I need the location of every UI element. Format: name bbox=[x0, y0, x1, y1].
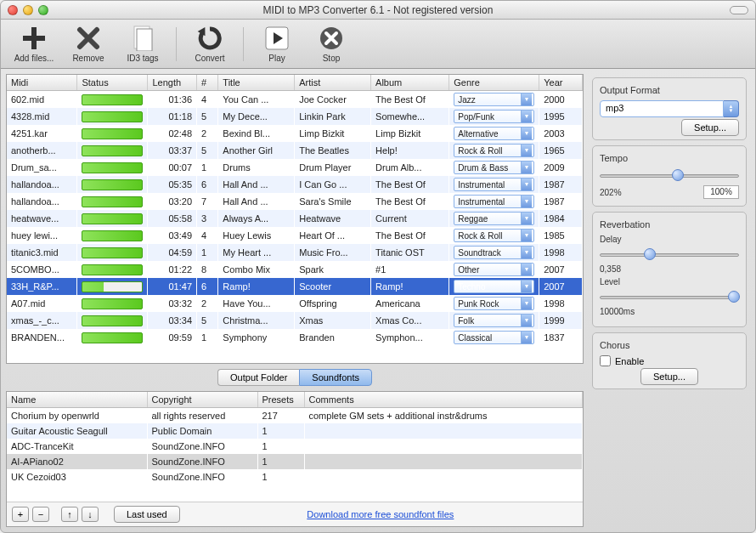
svg-rect-3 bbox=[137, 29, 152, 51]
column-header[interactable]: Presets bbox=[257, 392, 304, 408]
level-label: Level bbox=[600, 277, 739, 286]
genre-select[interactable]: Reggae bbox=[454, 212, 534, 225]
id3-label: ID3 tags bbox=[127, 54, 158, 63]
play-button[interactable]: Play bbox=[252, 25, 302, 63]
soundfont-row[interactable]: UK Cezoid03SoundZone.INFO1 bbox=[7, 469, 583, 485]
genre-select[interactable]: Drum & Bass bbox=[454, 161, 534, 174]
progress-bar bbox=[82, 128, 143, 139]
genre-select[interactable]: Rock & Roll bbox=[454, 144, 534, 157]
chorus-enable-label: Enable bbox=[615, 356, 644, 366]
table-row[interactable]: 5COMBO...01:228Combo MixSpark#1Other2007 bbox=[7, 261, 583, 278]
table-row[interactable]: hallandoa...05:356Hall And ...I Can Go .… bbox=[7, 176, 583, 193]
stop-icon bbox=[318, 25, 345, 52]
soundfont-header[interactable]: NameCopyrightPresetsComments bbox=[7, 392, 583, 408]
column-header[interactable]: # bbox=[197, 75, 218, 91]
genre-select[interactable]: Rock & Roll bbox=[454, 229, 534, 242]
chorus-enable-checkbox[interactable]: Enable bbox=[600, 355, 739, 366]
table-row[interactable]: heatwave...05:583Always A...HeatwaveCurr… bbox=[7, 210, 583, 227]
genre-select[interactable]: Punk Rock bbox=[454, 297, 534, 310]
soundfont-row[interactable]: Guitar Acoustic SeagullPublic Domain1 bbox=[7, 423, 583, 439]
stop-button[interactable]: Stop bbox=[307, 25, 356, 63]
column-header[interactable]: Genre bbox=[449, 75, 539, 91]
delay-label: Delay bbox=[600, 235, 739, 244]
soundfont-row[interactable]: Chorium by openwrldall rights reserved21… bbox=[7, 408, 583, 423]
column-header[interactable]: Album bbox=[371, 75, 449, 91]
table-row[interactable]: huey lewi...03:494Huey LewisHeart Of ...… bbox=[7, 227, 583, 244]
stop-label: Stop bbox=[323, 54, 341, 63]
genre-select[interactable]: Folk bbox=[454, 314, 534, 327]
progress-bar bbox=[82, 111, 143, 122]
tab-soundfonts[interactable]: Soundfonts bbox=[299, 369, 372, 386]
column-header[interactable]: Midi bbox=[7, 75, 77, 91]
table-row[interactable]: 4328.mid01:185My Dece...Linkin ParkSomew… bbox=[7, 108, 583, 125]
genre-select[interactable]: Jazz bbox=[454, 93, 534, 106]
tempo-slider[interactable] bbox=[600, 168, 739, 182]
sf-add-button[interactable]: + bbox=[12, 507, 29, 522]
play-icon bbox=[263, 25, 291, 52]
soundfont-row[interactable]: AI-APiano02SoundZone.INFO1 bbox=[7, 454, 583, 469]
chorus-setup-button[interactable]: Setup... bbox=[640, 368, 698, 385]
table-row[interactable]: Drum_sa...00:071DrumsDrum PlayerDrum Alb… bbox=[7, 159, 583, 176]
column-header[interactable]: Name bbox=[7, 392, 147, 408]
column-header[interactable]: Title bbox=[218, 75, 295, 91]
soundfont-row[interactable]: ADC-TranceKitSoundZone.INFO1 bbox=[7, 439, 583, 454]
sf-move-up-button[interactable]: ↑ bbox=[61, 507, 78, 522]
progress-bar bbox=[82, 315, 143, 326]
download-soundfonts-link[interactable]: Download more free soundfont files bbox=[183, 509, 578, 519]
level-slider[interactable] bbox=[600, 290, 739, 303]
table-row[interactable]: 4251.kar02:482Bexind Bl...Limp BizkitLim… bbox=[7, 125, 583, 142]
chorus-checkbox-input[interactable] bbox=[600, 355, 611, 366]
convert-button[interactable]: Convert bbox=[185, 25, 234, 63]
soundfont-panel: NameCopyrightPresetsComments Chorium by … bbox=[6, 391, 584, 527]
progress-bar bbox=[82, 196, 143, 207]
table-row[interactable]: titanic3.mid04:591My Heart ...Music Fro.… bbox=[7, 244, 583, 261]
genre-select[interactable]: Soundtrack bbox=[454, 246, 534, 259]
format-combo[interactable]: mp3 ▲▼ bbox=[600, 100, 739, 117]
column-header[interactable]: Year bbox=[539, 75, 583, 91]
tempo-default-button[interactable]: 100% bbox=[703, 185, 739, 199]
table-row[interactable]: A07.mid03:322Have You...OffspringAmerica… bbox=[7, 295, 583, 312]
remove-button[interactable]: Remove bbox=[64, 25, 113, 63]
column-header[interactable]: Copyright bbox=[147, 392, 257, 408]
tab-output-folder[interactable]: Output Folder bbox=[217, 369, 299, 386]
reverb-label: Reverbation bbox=[600, 219, 739, 230]
tempo-group: Tempo 202% 100% bbox=[592, 145, 747, 207]
format-setup-button[interactable]: Setup... bbox=[681, 119, 739, 136]
genre-select[interactable]: Other bbox=[454, 263, 534, 276]
left-pane: MidiStatusLength#TitleArtistAlbumGenreYe… bbox=[6, 74, 584, 527]
column-header[interactable]: Status bbox=[77, 75, 148, 91]
right-pane: Output Format mp3 ▲▼ Setup... Tempo 202%… bbox=[589, 74, 750, 527]
genre-select[interactable]: Instrumental bbox=[454, 178, 534, 191]
file-table-header[interactable]: MidiStatusLength#TitleArtistAlbumGenreYe… bbox=[7, 75, 583, 91]
id3-tags-button[interactable]: ID3 tags bbox=[118, 25, 167, 63]
column-header[interactable]: Length bbox=[148, 75, 197, 91]
genre-select[interactable]: Pop/Funk bbox=[454, 110, 534, 123]
table-row[interactable]: BRANDEN...09:591SymphonyBrandenSymphon..… bbox=[7, 329, 583, 346]
output-format-label: Output Format bbox=[600, 85, 739, 95]
table-row[interactable]: 602.mid01:364You Can ...Joe CockerThe Be… bbox=[7, 91, 583, 108]
add-files-label: Add files... bbox=[14, 54, 54, 63]
play-label: Play bbox=[268, 54, 285, 63]
genre-select[interactable]: Instrumental bbox=[454, 195, 534, 208]
content-area: MidiStatusLength#TitleArtistAlbumGenreYe… bbox=[1, 69, 755, 532]
delay-slider[interactable] bbox=[600, 247, 739, 261]
sf-remove-button[interactable]: − bbox=[32, 507, 49, 522]
window-title: MIDI to MP3 Converter 6.1 - Not register… bbox=[1, 4, 755, 16]
file-table-scroll[interactable]: 602.mid01:364You Can ...Joe CockerThe Be… bbox=[7, 91, 583, 363]
level-value: 10000ms bbox=[600, 307, 739, 316]
table-row[interactable]: hallandoa...03:207Hall And ...Sara's Smi… bbox=[7, 193, 583, 210]
soundfont-scroll[interactable]: Chorium by openwrldall rights reserved21… bbox=[7, 408, 583, 502]
soundfont-bottombar: + − ↑ ↓ Last used Download more free sou… bbox=[7, 502, 583, 526]
table-row[interactable]: anotherb...03:375Another GirlThe Beatles… bbox=[7, 142, 583, 159]
table-row[interactable]: xmas_-_c...03:345Christma...XmasXmas Co.… bbox=[7, 312, 583, 329]
toolbar: Add files... Remove ID3 tags Convert Pla… bbox=[1, 20, 755, 69]
sf-move-down-button[interactable]: ↓ bbox=[82, 507, 99, 522]
sf-last-used-button[interactable]: Last used bbox=[114, 506, 180, 523]
genre-select[interactable]: Techno bbox=[454, 280, 534, 293]
table-row[interactable]: 33H_R&P...01:476Ramp!ScooterRamp!Techno2… bbox=[7, 278, 583, 295]
add-files-button[interactable]: Add files... bbox=[9, 25, 59, 63]
column-header[interactable]: Artist bbox=[295, 75, 371, 91]
column-header[interactable]: Comments bbox=[304, 392, 583, 408]
genre-select[interactable]: Classical bbox=[454, 331, 534, 344]
genre-select[interactable]: Alternative bbox=[454, 127, 534, 140]
